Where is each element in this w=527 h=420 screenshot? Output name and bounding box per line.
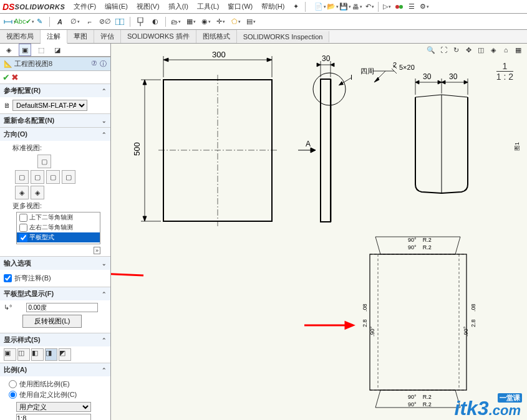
weld-symbol-icon[interactable]: ⌐ (83, 15, 97, 29)
spellcheck-icon[interactable]: Abc✔▾ (17, 15, 31, 29)
datum-icon[interactable] (133, 15, 147, 29)
view-checkbox[interactable] (19, 234, 27, 242)
surface-finish-icon[interactable]: 🗁▾ (169, 15, 183, 29)
new-icon[interactable]: 📄▾ (314, 1, 326, 13)
view-front[interactable]: ▢ (37, 155, 51, 168)
hole-callout-icon[interactable]: ⊘∅ (98, 15, 112, 29)
shaded-edges-icon[interactable]: ◨ (45, 348, 57, 361)
menu-insert[interactable]: 插入(I) (165, 1, 192, 12)
tab-inspection[interactable]: SOLIDWORKS Inspection (237, 31, 330, 42)
list-item[interactable]: 上下二等角轴测 (17, 212, 100, 222)
feature-tree-tab[interactable]: ◈ (2, 44, 15, 56)
section-orientation[interactable]: 方向(O)⌃ (0, 127, 110, 141)
tab-addins[interactable]: SOLIDWORKS 插件 (121, 30, 196, 43)
tab-sketch[interactable]: 草图 (67, 30, 94, 43)
help-icon[interactable]: ✦ (289, 1, 302, 13)
tables-icon[interactable]: ▤▾ (244, 15, 258, 29)
undo-icon[interactable]: ↶▾ (364, 1, 376, 13)
command-toolbar: ▾ Abc✔▾ ✎ A ∅▾ ⌐ ⊘∅ ◐ 🗁▾ ▦▾ ◉▾ ✛▾ ⬠▾ ▤▾ (0, 14, 527, 30)
ok-button[interactable]: ✔ (2, 72, 10, 82)
pin-icon[interactable]: ⑦ (91, 59, 97, 69)
linear-pattern-icon[interactable]: ∅▾ (68, 15, 82, 29)
tab-sheetformat[interactable]: 图纸格式 (196, 30, 237, 43)
config-tab[interactable]: ⬚ (35, 44, 47, 56)
select-icon[interactable]: ▷▾ (380, 1, 393, 13)
svg-point-0 (395, 5, 399, 9)
menu-view[interactable]: 视图(V) (133, 1, 163, 12)
view-iso[interactable]: ◈ (15, 186, 29, 199)
shaded-icon[interactable]: ◩ (59, 348, 71, 361)
revision-icon[interactable]: ⬠▾ (229, 15, 243, 29)
settings-icon[interactable]: ⚙▾ (418, 1, 430, 13)
drawing-canvas[interactable]: 🔍 ⛶ ↻ ✥ ◫ ◈ ⌂ ▦ 1 1 : 2 (111, 44, 527, 420)
property-manager: ◈ ▣ ⬚ ◪ 📐 工程图视图8 ⑦ⓘ ✔ ✖ 参考配置(R)⌃ 🗎 Defau… (0, 44, 111, 420)
property-tab[interactable]: ▣ (19, 44, 31, 56)
config-select[interactable]: DefaultSM-FLAT-PATTERN (12, 100, 87, 111)
view-top[interactable]: ▢ (15, 170, 29, 184)
view-back[interactable]: ▢ (62, 170, 75, 184)
open-icon[interactable]: 📂▾ (326, 1, 339, 13)
pm-title: 工程图视图8 (14, 60, 52, 67)
hidden-visible-icon[interactable]: ◫ (17, 348, 30, 361)
svg-line-53 (111, 274, 143, 275)
list-expand-icon[interactable]: » (94, 247, 100, 254)
wireframe-icon[interactable]: ▣ (4, 348, 16, 361)
angle-input[interactable] (26, 303, 98, 312)
datum-target-icon[interactable]: ◐ (148, 15, 162, 29)
section-rename-config[interactable]: 重新命名配置(N)⌄ (0, 113, 110, 127)
scale-type-select[interactable]: 用户定义 (16, 402, 91, 412)
menu-bar: DS SOLIDWORKS 文件(F) 编辑(E) 视图(V) 插入(I) 工具… (0, 0, 527, 14)
balloon-icon[interactable]: ◉▾ (199, 15, 213, 29)
menu-edit[interactable]: 编辑(E) (101, 1, 132, 12)
menu-window[interactable]: 窗口(W) (224, 1, 256, 12)
save-icon[interactable]: 💾▾ (339, 1, 351, 13)
more-views-list[interactable]: 上下二等角轴测 左右二等角轴测 平板型式 (16, 212, 100, 244)
view-right[interactable]: ▢ (31, 170, 44, 184)
view-checkbox[interactable] (19, 214, 27, 222)
svg-rect-4 (138, 17, 143, 22)
list-item[interactable]: 左右二等角轴测 (17, 222, 100, 232)
workspace: ◈ ▣ ⬚ ◪ 📐 工程图视图8 ⑦ⓘ ✔ ✖ 参考配置(R)⌃ 🗎 Defau… (0, 44, 527, 420)
view-dimetric[interactable]: ◈ (31, 186, 44, 199)
app-name: SOLIDWORKS (14, 3, 65, 11)
traffic-icon[interactable] (393, 1, 405, 13)
centermark-icon[interactable]: ✛▾ (214, 15, 228, 29)
use-custom-scale-radio[interactable]: 使用自定义比例(C) (4, 389, 107, 400)
tab-annotate[interactable]: 注解 (41, 30, 67, 44)
svg-marker-56 (346, 322, 353, 328)
more-views-label: 更多视图: (12, 201, 107, 211)
pattern-icon[interactable]: ▦▾ (184, 15, 198, 29)
view-left[interactable]: ▢ (46, 170, 60, 184)
gtol-icon[interactable] (113, 15, 127, 29)
bend-notes-checkbox[interactable]: 折弯注释(B) (4, 272, 107, 284)
hidden-removed-icon[interactable]: ◧ (31, 348, 44, 361)
section-flat-display[interactable]: 平板型式显示(F)⌃ (0, 287, 110, 300)
logo-ds-icon: DS (2, 2, 14, 12)
std-views-label: 标准视图: (12, 143, 107, 153)
list-item-selected[interactable]: 平板型式 (17, 232, 100, 242)
menu-help[interactable]: 帮助(H) (258, 1, 288, 12)
cancel-button[interactable]: ✖ (11, 72, 19, 82)
config-icon: 🗎 (4, 102, 11, 109)
scale-value-input[interactable] (16, 414, 91, 420)
pm-title-bar: 📐 工程图视图8 ⑦ⓘ (0, 57, 110, 71)
section-scale[interactable]: 比例(A)⌃ (0, 363, 110, 376)
format-painter-icon[interactable]: ✎ (32, 15, 46, 29)
view-checkbox[interactable] (19, 224, 27, 232)
note-icon[interactable]: A (53, 15, 67, 29)
section-import-options[interactable]: 输入选项⌄ (0, 256, 110, 270)
section-display-style[interactable]: 显示样式(S)⌃ (0, 333, 110, 346)
section-ref-config[interactable]: 参考配置(R)⌃ (0, 84, 110, 97)
tab-evaluate[interactable]: 评估 (94, 30, 121, 43)
tab-layout[interactable]: 视图布局 (0, 30, 41, 43)
annotation-arrows (111, 44, 527, 420)
display-tab[interactable]: ◪ (51, 44, 64, 56)
use-sheet-scale-radio[interactable]: 使用图纸比例(E) (4, 379, 107, 389)
print-icon[interactable]: 🖶▾ (351, 1, 364, 13)
menu-file[interactable]: 文件(F) (70, 1, 100, 12)
list-icon[interactable]: ☰ (405, 1, 418, 13)
help-icon[interactable]: ⓘ (100, 59, 107, 69)
flip-view-button[interactable]: 反转视图(L) (22, 315, 82, 328)
menu-tools[interactable]: 工具(L) (193, 1, 223, 12)
panel-tabs: ◈ ▣ ⬚ ◪ (0, 44, 110, 57)
